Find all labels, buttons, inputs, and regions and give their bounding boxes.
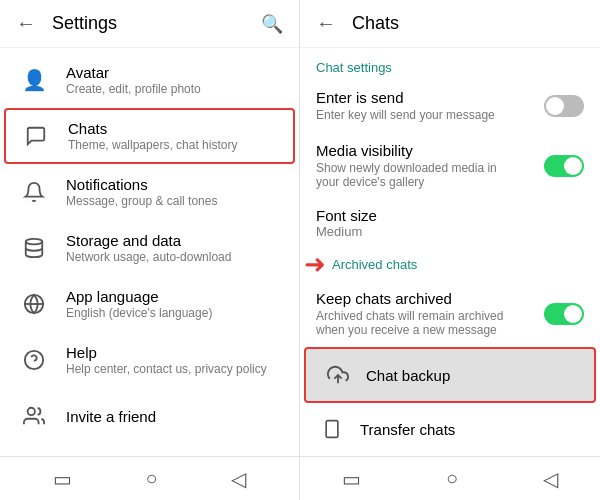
avatar-subtitle: Create, edit, profile photo bbox=[66, 82, 201, 96]
left-bottom-nav: ▭ ○ ◁ bbox=[0, 456, 299, 500]
enter-is-send-title: Enter is send bbox=[316, 89, 495, 106]
font-size-value: Medium bbox=[316, 224, 584, 239]
right-square-icon[interactable]: ▭ bbox=[342, 467, 361, 491]
media-visibility-row[interactable]: Media visibility Show newly downloaded m… bbox=[300, 132, 600, 199]
left-panel: ← Settings 🔍 👤 Avatar Create, edit, prof… bbox=[0, 0, 300, 500]
svg-point-5 bbox=[28, 408, 35, 415]
font-size-title: Font size bbox=[316, 207, 584, 224]
media-visibility-desc: Show newly downloaded media in your devi… bbox=[316, 161, 506, 189]
left-header: ← Settings 🔍 bbox=[0, 0, 299, 48]
notifications-icon bbox=[16, 174, 52, 210]
chats-page-title: Chats bbox=[352, 13, 399, 34]
notifications-subtitle: Message, group & call tones bbox=[66, 194, 217, 208]
language-subtitle: English (device's language) bbox=[66, 306, 212, 320]
circle-icon[interactable]: ○ bbox=[145, 467, 157, 490]
notifications-title: Notifications bbox=[66, 176, 217, 193]
red-arrow-icon: ➜ bbox=[304, 249, 326, 280]
archived-chats-label: Archived chats bbox=[332, 257, 417, 272]
media-visibility-title: Media visibility bbox=[316, 142, 506, 159]
enter-is-send-row[interactable]: Enter is send Enter key will send your m… bbox=[300, 79, 600, 132]
sidebar-item-avatar[interactable]: 👤 Avatar Create, edit, profile photo bbox=[0, 52, 299, 108]
settings-list: 👤 Avatar Create, edit, profile photo Cha… bbox=[0, 48, 299, 456]
invite-title: Invite a friend bbox=[66, 408, 156, 425]
sidebar-item-invite[interactable]: Invite a friend bbox=[0, 388, 299, 444]
transfer-chats-title: Transfer chats bbox=[360, 421, 455, 438]
sidebar-item-chats[interactable]: Chats Theme, wallpapers, chat history bbox=[4, 108, 295, 164]
chats-icon bbox=[18, 118, 54, 154]
right-panel: ← Chats Chat settings Enter is send Ente… bbox=[300, 0, 600, 500]
svg-point-0 bbox=[26, 239, 43, 245]
cloud-backup-icon bbox=[322, 359, 354, 391]
svg-rect-8 bbox=[326, 421, 338, 438]
right-back-icon[interactable]: ← bbox=[316, 12, 336, 35]
help-icon bbox=[16, 342, 52, 378]
sidebar-item-help[interactable]: Help Help center, contact us, privacy po… bbox=[0, 332, 299, 388]
keep-archived-toggle[interactable] bbox=[544, 303, 584, 325]
media-visibility-toggle[interactable] bbox=[544, 155, 584, 177]
transfer-chats-row[interactable]: Transfer chats bbox=[300, 403, 600, 455]
right-content: Chat settings Enter is send Enter key wi… bbox=[300, 48, 600, 456]
chat-backup-title: Chat backup bbox=[366, 367, 450, 384]
back-nav-icon[interactable]: ◁ bbox=[231, 467, 246, 491]
avatar-icon: 👤 bbox=[16, 62, 52, 98]
sidebar-item-notifications[interactable]: Notifications Message, group & call tone… bbox=[0, 164, 299, 220]
footer-section: from 𝗠eta bbox=[0, 444, 299, 456]
chat-settings-label: Chat settings bbox=[300, 48, 600, 79]
right-header: ← Chats bbox=[300, 0, 600, 48]
avatar-title: Avatar bbox=[66, 64, 201, 81]
chats-subtitle: Theme, wallpapers, chat history bbox=[68, 138, 237, 152]
storage-icon bbox=[16, 230, 52, 266]
chat-backup-row[interactable]: Chat backup bbox=[304, 347, 596, 403]
transfer-icon bbox=[316, 413, 348, 445]
font-size-row[interactable]: Font size Medium bbox=[300, 199, 600, 243]
right-back-nav-icon[interactable]: ◁ bbox=[543, 467, 558, 491]
keep-archived-title: Keep chats archived bbox=[316, 290, 506, 307]
enter-is-send-desc: Enter key will send your message bbox=[316, 108, 495, 122]
keep-archived-desc: Archived chats will remain archived when… bbox=[316, 309, 506, 337]
back-icon[interactable]: ← bbox=[16, 12, 36, 35]
help-subtitle: Help center, contact us, privacy policy bbox=[66, 362, 267, 376]
help-title: Help bbox=[66, 344, 267, 361]
keep-chats-archived-row[interactable]: Keep chats archived Archived chats will … bbox=[300, 280, 600, 347]
search-icon[interactable]: 🔍 bbox=[261, 13, 283, 35]
chats-title: Chats bbox=[68, 120, 237, 137]
sidebar-item-language[interactable]: App language English (device's language) bbox=[0, 276, 299, 332]
invite-icon bbox=[16, 398, 52, 434]
sidebar-item-storage[interactable]: Storage and data Network usage, auto-dow… bbox=[0, 220, 299, 276]
storage-title: Storage and data bbox=[66, 232, 231, 249]
enter-is-send-toggle[interactable] bbox=[544, 95, 584, 117]
square-icon[interactable]: ▭ bbox=[53, 467, 72, 491]
language-title: App language bbox=[66, 288, 212, 305]
archived-section-header: ➜ Archived chats bbox=[300, 243, 600, 280]
storage-subtitle: Network usage, auto-download bbox=[66, 250, 231, 264]
right-bottom-nav: ▭ ○ ◁ bbox=[300, 456, 600, 500]
settings-title: Settings bbox=[52, 13, 117, 34]
language-icon bbox=[16, 286, 52, 322]
right-circle-icon[interactable]: ○ bbox=[446, 467, 458, 490]
